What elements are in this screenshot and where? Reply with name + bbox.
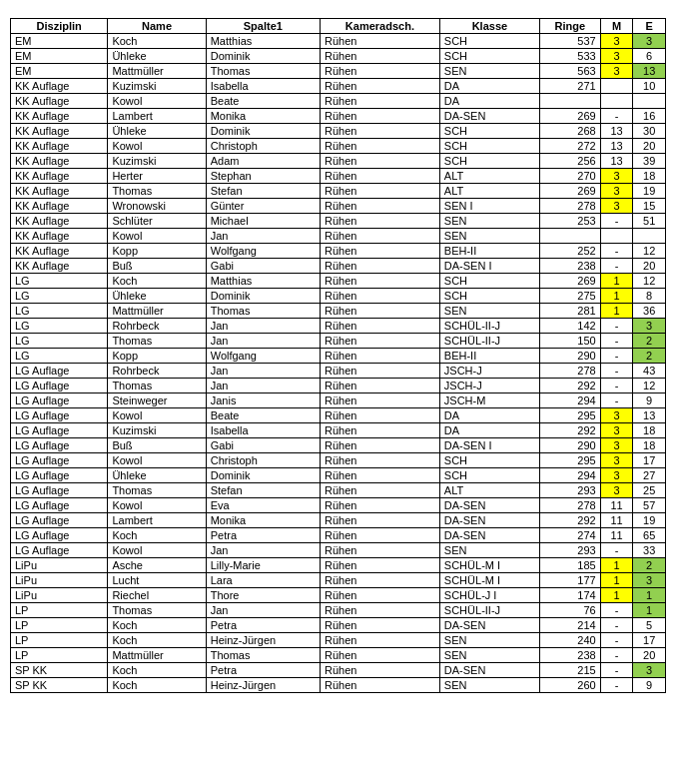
table-cell: SCHÜL-M I [439,573,539,588]
table-cell: Herter [108,169,206,184]
table-cell: EM [11,34,108,49]
table-cell: 76 [539,603,600,618]
table-cell [600,229,633,244]
table-cell: 290 [539,349,600,364]
table-cell: SEN [439,214,539,229]
table-cell: Jan [206,229,320,244]
table-cell: SCHÜL-II-J [439,603,539,618]
table-cell: 19 [633,184,666,199]
table-cell: - [600,319,633,334]
table-cell: Rühen [320,678,439,693]
table-cell: DA-SEN [439,513,539,528]
table-cell: Rühen [320,349,439,364]
table-cell: Gabi [206,259,320,274]
table-row: LG AuflageÜhlekeDominikRühenSCH294327 [11,468,666,483]
table-cell: Rühen [320,229,439,244]
table-cell: LG Auflage [11,453,108,468]
table-cell: SEN [439,64,539,79]
table-cell: 13 [600,124,633,139]
table-cell: Isabella [206,79,320,94]
table-cell: 17 [633,633,666,648]
table-cell: Wolfgang [206,244,320,259]
table-cell: Rühen [320,603,439,618]
table-cell: BEH-II [439,349,539,364]
table-cell: 18 [633,438,666,453]
table-cell: LG [11,319,108,334]
table-cell: 281 [539,304,600,319]
table-cell: KK Auflage [11,184,108,199]
table-cell: DA-SEN [439,498,539,513]
table-cell: LP [11,648,108,663]
table-cell: Kopp [108,349,206,364]
table-cell: LG Auflage [11,513,108,528]
table-cell [633,94,666,109]
table-cell: 3 [633,663,666,678]
table-cell: - [600,543,633,558]
table-cell: Koch [108,528,206,543]
table-cell: Janis [206,393,320,408]
table-row: KK AuflageSchlüterMichaelRühenSEN253-51 [11,214,666,229]
table-cell: 269 [539,184,600,199]
table-cell: 16 [633,109,666,124]
table-cell: Rühen [320,618,439,633]
table-cell: Gabi [206,438,320,453]
table-cell: 238 [539,648,600,663]
table-cell: 290 [539,438,600,453]
table-row: EMKochMatthiasRühenSCH53733 [11,34,666,49]
table-cell: ALT [439,184,539,199]
table-cell: 1 [600,274,633,289]
table-cell: Ühleke [108,468,206,483]
table-cell: 20 [633,648,666,663]
table-cell: SCH [439,274,539,289]
table-cell: 2 [633,334,666,349]
table-cell: 274 [539,528,600,543]
table-cell: 270 [539,169,600,184]
table-cell: LiPu [11,558,108,573]
table-cell: - [600,214,633,229]
table-cell: Rühen [320,169,439,184]
table-cell: Schlüter [108,214,206,229]
table-cell: 1 [600,558,633,573]
table-cell: Heinz-Jürgen [206,633,320,648]
table-cell: Rühen [320,663,439,678]
table-cell: 5 [633,618,666,633]
table-row: LG AuflageKowolBeateRühenDA295313 [11,408,666,423]
table-row: LG AuflageSteinwegerJanisRühenJSCH-M294-… [11,393,666,408]
table-cell: SEN [439,304,539,319]
table-row: KK AuflageHerterStephanRühenALT270318 [11,169,666,184]
table-cell: Petra [206,618,320,633]
table-cell: Petra [206,528,320,543]
table-cell: 2 [633,349,666,364]
table-cell: KK Auflage [11,94,108,109]
table-cell: Steinweger [108,393,206,408]
table-cell: KK Auflage [11,109,108,124]
table-cell: Matthias [206,34,320,49]
table-cell: 1 [633,588,666,603]
table-cell: 275 [539,289,600,304]
table-cell: 142 [539,319,600,334]
table-cell: ALT [439,483,539,498]
table-cell: 3 [600,453,633,468]
table-row: KK AuflageKowolChristophRühenSCH2721320 [11,139,666,154]
table-cell: 278 [539,364,600,379]
table-cell: LG Auflage [11,543,108,558]
table-cell: 12 [633,244,666,259]
table-cell: 293 [539,543,600,558]
column-header: M [600,19,633,34]
table-cell: DA [439,408,539,423]
table-row: LGRohrbeckJanRühenSCHÜL-II-J142-3 [11,319,666,334]
table-cell: Kuzimski [108,79,206,94]
table-cell: Kowol [108,498,206,513]
table-cell: Rühen [320,214,439,229]
table-cell: SEN I [439,199,539,214]
table-cell: Rühen [320,334,439,349]
table-cell: Kowol [108,543,206,558]
table-cell: Lambert [108,513,206,528]
table-cell [600,94,633,109]
table-cell: KK Auflage [11,259,108,274]
table-row: KK AuflageThomasStefanRühenALT269319 [11,184,666,199]
table-cell: Rühen [320,423,439,438]
table-cell: 51 [633,214,666,229]
table-cell: Kowol [108,94,206,109]
table-row: KK AuflageKowolBeateRühenDA [11,94,666,109]
